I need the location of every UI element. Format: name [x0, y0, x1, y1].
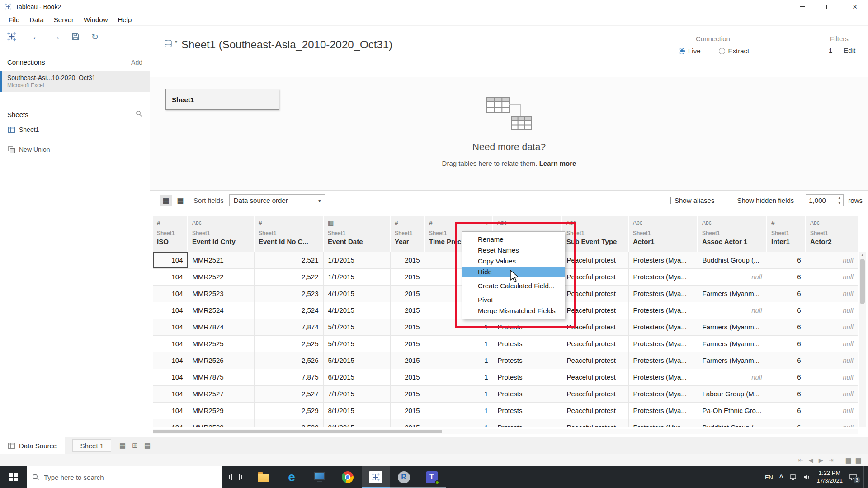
column-header-actor2[interactable]: AbcSheet1Actor2 — [806, 216, 858, 252]
cell-assoc-actor-1[interactable]: Pa-Oh Ethnic Gro... — [698, 402, 767, 419]
cell-actor1[interactable]: Protesters (Mya... — [628, 419, 698, 427]
column-header-year[interactable]: #Sheet1Year — [390, 216, 425, 252]
cell-assoc-actor-1[interactable]: Labour Group (M... — [698, 385, 767, 402]
taskbar-search[interactable] — [27, 466, 222, 488]
cell-sub-event-type[interactable]: Peaceful protest — [562, 302, 628, 319]
r-studio-button[interactable]: R — [390, 466, 418, 488]
cell-actor2[interactable]: null — [806, 319, 858, 335]
cell-event-date[interactable]: 8/1/2015 — [323, 419, 390, 427]
cell-assoc-actor-1[interactable]: null — [698, 302, 767, 319]
cell-event-date[interactable]: 5/1/2015 — [323, 319, 390, 335]
cell-year[interactable]: 2015 — [390, 369, 425, 385]
column-header-sub-event-type[interactable]: AbcSheet1Sub Event Type — [562, 216, 628, 252]
learn-more-link[interactable]: Learn more — [539, 160, 576, 167]
previous-row-button[interactable]: ◀ — [809, 457, 813, 464]
cell-assoc-actor-1[interactable]: Farmers (Myanm... — [698, 335, 767, 352]
cell-event-id-cnty[interactable]: MMR2526 — [188, 352, 254, 369]
cell-time-prec[interactable]: 1 — [425, 335, 493, 352]
task-view-button[interactable] — [222, 466, 250, 488]
volume-icon[interactable] — [803, 474, 810, 481]
cell-actor1[interactable]: Protesters (Mya... — [628, 385, 698, 402]
cell-time-prec[interactable]: 1 — [425, 419, 493, 427]
add-connection-link[interactable]: Add — [131, 59, 142, 66]
horizontal-scrollbar[interactable] — [153, 429, 858, 434]
cell-event-id-cnty[interactable]: MMR2521 — [188, 252, 254, 268]
close-button[interactable]: × — [842, 0, 868, 14]
cell-actor2[interactable]: null — [806, 335, 858, 352]
menu-help[interactable]: Help — [113, 16, 137, 23]
cell-event-type[interactable]: Protests — [493, 319, 562, 335]
context-menu-item-reset-names[interactable]: Reset Names — [462, 245, 565, 256]
cell-actor2[interactable]: null — [806, 285, 858, 302]
cell-event-id-no-c[interactable]: 7,875 — [254, 369, 323, 385]
filters-edit-link[interactable]: Edit — [838, 47, 855, 54]
cell-year[interactable]: 2015 — [390, 319, 425, 335]
cell-actor2[interactable]: null — [806, 402, 858, 419]
tab-data-source[interactable]: Data Source — [0, 437, 65, 454]
cell-year[interactable]: 2015 — [390, 385, 425, 402]
cell-iso[interactable]: 104 — [153, 268, 188, 285]
context-menu-item-hide[interactable]: Hide — [462, 267, 565, 277]
horizontal-scrollbar-thumb[interactable] — [153, 430, 442, 433]
grid-view-button[interactable]: ▦ — [160, 195, 172, 206]
cell-event-id-no-c[interactable]: 2,522 — [254, 268, 323, 285]
cell-year[interactable]: 2015 — [390, 402, 425, 419]
cell-sub-event-type[interactable]: Peaceful protest — [562, 419, 628, 427]
column-header-event-id-no-c[interactable]: #Sheet1Event Id No C... — [254, 216, 323, 252]
column-header-iso[interactable]: #Sheet1ISO — [153, 216, 188, 252]
menu-file[interactable]: File — [4, 16, 24, 23]
cell-iso[interactable]: 104 — [153, 285, 188, 302]
undo-button[interactable]: ← — [31, 31, 42, 42]
column-header-actor1[interactable]: AbcSheet1Actor1 — [628, 216, 698, 252]
cell-inter1[interactable]: 6 — [767, 319, 806, 335]
cell-event-id-cnty[interactable]: MMR2523 — [188, 285, 254, 302]
cell-inter1[interactable]: 6 — [767, 419, 806, 427]
grid-toggle-icon[interactable]: ▦ — [845, 456, 852, 465]
cell-event-date[interactable]: 6/1/2015 — [323, 369, 390, 385]
cell-actor1[interactable]: Protesters (Mya... — [628, 369, 698, 385]
file-explorer-button[interactable] — [250, 466, 278, 488]
cell-event-id-no-c[interactable]: 2,526 — [254, 352, 323, 369]
cell-event-date[interactable]: 5/1/2015 — [323, 352, 390, 369]
cell-event-date[interactable]: 1/1/2015 — [323, 268, 390, 285]
tableau-home-button[interactable] — [6, 31, 17, 42]
cell-actor1[interactable]: Protesters (Mya... — [628, 319, 698, 335]
network-icon[interactable] — [789, 474, 797, 481]
cell-iso[interactable]: 104 — [153, 302, 188, 319]
cell-event-date[interactable]: 1/1/2015 — [323, 252, 390, 268]
cell-year[interactable]: 2015 — [390, 419, 425, 427]
redo-button[interactable]: → — [51, 31, 61, 42]
cell-event-id-cnty[interactable]: MMR2528 — [188, 419, 254, 427]
show-hidden-fields-checkbox[interactable] — [726, 197, 733, 204]
cell-actor1[interactable]: Protesters (Mya... — [628, 252, 698, 268]
cell-actor1[interactable]: Protesters (Mya... — [628, 285, 698, 302]
cell-event-id-cnty[interactable]: MMR2529 — [188, 402, 254, 419]
cell-inter1[interactable]: 6 — [767, 385, 806, 402]
cell-inter1[interactable]: 6 — [767, 268, 806, 285]
cell-year[interactable]: 2015 — [390, 252, 425, 268]
cell-inter1[interactable]: 6 — [767, 302, 806, 319]
cell-sub-event-type[interactable]: Peaceful protest — [562, 335, 628, 352]
metadata-view-button[interactable]: ▤ — [175, 195, 186, 206]
context-menu-item-create-calculated-field[interactable]: Create Calculated Field... — [462, 281, 565, 291]
cell-iso[interactable]: 104 — [153, 352, 188, 369]
cell-actor1[interactable]: Protesters (Mya... — [628, 302, 698, 319]
radio-checked-icon[interactable] — [679, 48, 685, 54]
cell-inter1[interactable]: 6 — [767, 252, 806, 268]
cell-event-id-no-c[interactable]: 2,524 — [254, 302, 323, 319]
cell-event-id-cnty[interactable]: MMR7874 — [188, 319, 254, 335]
cell-sub-event-type[interactable]: Peaceful protest — [562, 268, 628, 285]
next-row-button[interactable]: ▶ — [819, 457, 823, 464]
language-indicator[interactable]: EN — [765, 474, 773, 481]
new-story-button[interactable]: ▤ — [144, 441, 151, 450]
cell-event-type[interactable]: Protests — [493, 385, 562, 402]
cell-event-date[interactable]: 8/1/2015 — [323, 402, 390, 419]
cell-event-id-no-c[interactable]: 2,521 — [254, 252, 323, 268]
cell-event-id-cnty[interactable]: MMR2525 — [188, 335, 254, 352]
new-worksheet-button[interactable]: ▦ — [119, 441, 126, 450]
cell-event-id-no-c[interactable]: 2,523 — [254, 285, 323, 302]
cell-event-id-no-c[interactable]: 2,525 — [254, 335, 323, 352]
cell-actor2[interactable]: null — [806, 352, 858, 369]
cell-inter1[interactable]: 6 — [767, 369, 806, 385]
scroll-up-icon[interactable]: ▴ — [859, 252, 866, 258]
